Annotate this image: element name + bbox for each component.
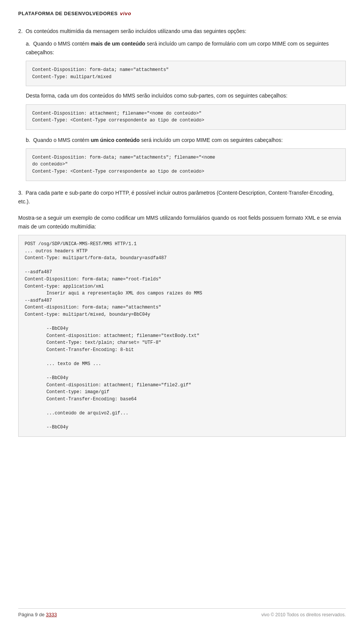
page-header: PLATAFORMA DE DESENVOLVEDORES vivo: [18, 11, 346, 16]
item-b-letter: b.: [26, 137, 30, 143]
item-b-label: b. Quando o MMS contém um único conteúdo…: [26, 136, 346, 145]
footer-page-text: Página 9 de: [18, 612, 46, 617]
item-b-text-before: Quando o MMS contém: [33, 137, 91, 143]
mostra-text: Mostra-se a seguir um exemplo de como co…: [18, 214, 346, 231]
header-title: PLATAFORMA DE DESENVOLVEDORES: [18, 11, 118, 16]
code-example-block: POST /osg/SDP/UNICA-MMS-REST/MMS HTTP/1.…: [18, 235, 346, 437]
code-block-1: Content-Disposition: form-data; name="at…: [26, 61, 346, 86]
item-b-text-after: será incluído um corpo MIME com os segui…: [140, 137, 282, 143]
sub-item-b: b. Quando o MMS contém um único conteúdo…: [18, 136, 346, 181]
section-3-body: Para cada parte e sub-parte do corpo HTT…: [18, 190, 334, 205]
section-3: 3. Para cada parte e sub-parte do corpo …: [18, 189, 346, 206]
section-3-text: 3. Para cada parte e sub-parte do corpo …: [18, 189, 346, 206]
page-wrapper: PLATAFORMA DE DESENVOLVEDORES vivo 2. Os…: [0, 0, 364, 625]
item-a-label: a. Quando o MMS contém mais de um conteú…: [26, 39, 346, 57]
header-brand: vivo: [120, 11, 131, 16]
sub-item-a: a. Quando o MMS contém mais de um conteú…: [18, 39, 346, 130]
section-2-intro: 2. Os conteúdos multimídia da mensagem s…: [18, 27, 346, 36]
section-3-number: 3.: [18, 190, 23, 196]
item-a-mid-text: Desta forma, cada um dos conteúdos do MM…: [26, 91, 346, 100]
footer-page-total[interactable]: 3333: [46, 612, 57, 617]
section-2-text: Os conteúdos multimídia da mensagem serã…: [25, 28, 246, 34]
code-block-3: Content-Disposition: form-data; name="at…: [26, 148, 346, 181]
item-a-letter: a.: [26, 41, 30, 47]
section-2-number: 2.: [18, 28, 23, 34]
main-content: 2. Os conteúdos multimídia da mensagem s…: [18, 27, 346, 598]
item-b-bold: um único conteúdo: [91, 137, 140, 143]
footer-page: Página 9 de 3333: [18, 612, 57, 617]
section-2: 2. Os conteúdos multimídia da mensagem s…: [18, 27, 346, 181]
item-a-text-before: Quando o MMS contém: [33, 41, 91, 47]
item-a-bold: mais de um conteúdo: [91, 41, 145, 47]
code-block-2: Content-Disposition: attachment; filenam…: [26, 104, 346, 130]
footer: Página 9 de 3333 vivo © 2010 Todos os di…: [18, 608, 346, 617]
footer-copyright: vivo © 2010 Todos os direitos reservados…: [261, 612, 346, 617]
